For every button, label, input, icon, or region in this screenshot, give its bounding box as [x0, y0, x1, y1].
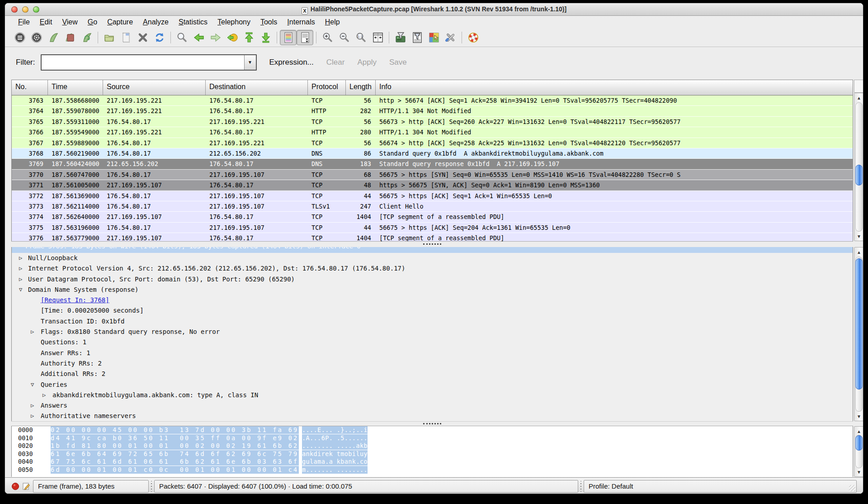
go-to-bottom-button[interactable]	[257, 30, 274, 45]
detail-row[interactable]: Questions: 1	[12, 337, 853, 347]
colorize-packets-button[interactable]	[280, 30, 297, 45]
reload-file-button[interactable]	[151, 30, 168, 45]
menu-internals[interactable]: Internals	[282, 18, 320, 26]
hex-ascii[interactable]: m....... ........	[302, 466, 368, 474]
collapsed-triangle-icon[interactable]: ▷	[31, 411, 34, 421]
hex-bytes[interactable]: d4 41 9c ca b0 36 50 11 00 35 ff 0a 00 9…	[51, 434, 299, 442]
detail-link[interactable]: [Request In: 3768]	[41, 295, 109, 305]
scrollbar-thumb[interactable]	[855, 435, 863, 451]
zoom-normal-button[interactable]: 1:1	[353, 30, 369, 45]
pane-splitter-top[interactable]	[11, 241, 853, 247]
hex-bytes[interactable]: 1b fd 81 80 00 01 00 01 00 02 00 02 19 6…	[51, 442, 299, 450]
bytes-scrollbar[interactable]: ▲ ▼	[854, 426, 863, 477]
status-separator[interactable]	[150, 481, 153, 492]
save-file-as-button[interactable]	[118, 30, 134, 45]
scroll-down-arrow[interactable]: ▼	[854, 232, 863, 240]
packet-list-scrollbar[interactable]: ▲ ▼	[854, 93, 863, 241]
open-file-button[interactable]	[101, 30, 118, 45]
capture-options-button[interactable]	[28, 30, 45, 45]
column-header-info[interactable]: Info	[376, 80, 853, 95]
collapsed-triangle-icon[interactable]: ▷	[42, 390, 46, 400]
filter-clear-button[interactable]: Clear	[326, 58, 345, 67]
packet-row-3766[interactable]: 3766187.559549000217.169.195.221176.54.8…	[12, 127, 853, 138]
packet-row-3774[interactable]: 3774187.562640000217.169.195.107176.54.8…	[12, 212, 853, 222]
hex-row-0050[interactable]: 00506d 00 00 01 00 01 c0 0c 00 01 00 01 …	[12, 466, 853, 474]
menu-view[interactable]: View	[57, 18, 82, 26]
menu-analyze[interactable]: Analyze	[138, 18, 174, 26]
go-to-top-button[interactable]	[241, 30, 257, 45]
go-to-packet-button[interactable]	[224, 30, 241, 45]
collapsed-triangle-icon[interactable]: ▷	[19, 253, 22, 263]
menu-go[interactable]: Go	[83, 18, 102, 26]
resize-grip[interactable]	[849, 485, 855, 491]
packet-row-3771[interactable]: 3771187.561005000217.169.195.107176.54.8…	[12, 180, 853, 190]
menu-statistics[interactable]: Statistics	[174, 18, 212, 26]
capture-start-button[interactable]	[45, 30, 61, 45]
auto-scroll-button[interactable]	[297, 30, 313, 45]
resize-columns-button[interactable]	[369, 30, 386, 45]
scrollbar-thumb[interactable]	[855, 165, 863, 185]
preferences-button[interactable]	[442, 30, 459, 45]
capture-stop-button[interactable]	[61, 30, 78, 45]
help-button[interactable]	[465, 30, 481, 45]
filter-expression-button[interactable]: Expression...	[269, 58, 314, 67]
display-filters-button[interactable]	[409, 30, 425, 45]
capture-restart-button[interactable]	[78, 30, 95, 45]
packet-row-3775[interactable]: 3775187.563196000176.54.80.17217.169.195…	[12, 223, 853, 233]
hex-ascii[interactable]: ....E... .}..;..i	[302, 426, 368, 434]
expert-info-icon[interactable]	[11, 482, 19, 490]
column-header-time[interactable]: Time	[48, 80, 103, 95]
scroll-up-arrow[interactable]: ▲	[854, 427, 863, 435]
details-scrollbar[interactable]: ▲ ▼	[854, 247, 863, 421]
detail-row[interactable]: ▽Queries	[12, 380, 853, 390]
hex-row-0030[interactable]: 003061 6e 6b 64 69 72 65 6b 74 6d 6f 62 …	[12, 450, 853, 458]
go-back-button[interactable]	[190, 30, 207, 45]
detail-row[interactable]: ▷Internet Protocol Version 4, Src: 212.6…	[12, 263, 853, 274]
capture-filters-button[interactable]	[392, 30, 409, 45]
coloring-rules-button[interactable]	[425, 30, 442, 45]
detail-row[interactable]: ▷User Datagram Protocol, Src Port: domai…	[12, 274, 853, 285]
hex-bytes[interactable]: 6d 00 00 01 00 01 c0 0c 00 01 00 01 00 0…	[51, 466, 299, 474]
menu-edit[interactable]: Edit	[35, 18, 57, 26]
hex-ascii[interactable]: ankdirek tmobiluy	[302, 450, 368, 458]
menu-capture[interactable]: Capture	[102, 18, 138, 26]
menu-help[interactable]: Help	[320, 18, 345, 26]
close-file-button[interactable]	[134, 30, 151, 45]
scroll-up-arrow[interactable]: ▲	[854, 248, 863, 256]
hex-bytes[interactable]: 61 6e 6b 64 69 72 65 6b 74 6d 6f 62 69 6…	[51, 450, 299, 458]
menu-telephony[interactable]: Telephony	[212, 18, 255, 26]
detail-row[interactable]: ▷Null/Loopback	[12, 253, 853, 263]
hex-bytes[interactable]: 67 75 6c 61 6d 61 06 61 6b 62 61 6e 6b 0…	[51, 458, 299, 466]
column-header-len[interactable]: Length	[346, 80, 376, 95]
detail-row[interactable]: ▷Flags: 0x8180 Standard query response, …	[12, 327, 853, 337]
detail-row[interactable]: Additional RRs: 2	[12, 369, 853, 379]
scroll-up-arrow[interactable]: ▲	[854, 94, 863, 102]
menu-file[interactable]: File	[13, 18, 35, 26]
status-profile[interactable]: Profile: Default	[584, 480, 857, 493]
collapsed-triangle-icon[interactable]: ▷	[19, 274, 22, 285]
packet-row-3763[interactable]: 3763187.558668000217.169.195.221176.54.8…	[12, 95, 853, 106]
expanded-triangle-icon[interactable]: ▽	[19, 285, 22, 295]
collapsed-triangle-icon[interactable]: ▷	[31, 400, 34, 411]
column-header-dst[interactable]: Destination	[206, 80, 308, 95]
filter-save-button[interactable]: Save	[389, 58, 407, 67]
packet-row-3772[interactable]: 3772187.561369000176.54.80.17217.169.195…	[12, 191, 853, 201]
scrollbar-thumb[interactable]	[855, 258, 863, 390]
detail-row[interactable]: Authority RRs: 2	[12, 358, 853, 369]
menu-tools[interactable]: Tools	[255, 18, 282, 26]
pane-splitter-bottom[interactable]	[11, 421, 853, 426]
filter-apply-button[interactable]: Apply	[357, 58, 377, 67]
hex-ascii[interactable]: ........ .....akb	[302, 442, 368, 450]
scroll-down-arrow[interactable]: ▼	[854, 468, 863, 476]
hex-row-0000[interactable]: 000002 00 00 00 45 00 00 b3 13 7d 00 00 …	[12, 426, 853, 434]
capture-comment-icon[interactable]	[22, 482, 30, 490]
hex-row-0040[interactable]: 004067 75 6c 61 6d 61 06 61 6b 62 61 6e …	[12, 458, 853, 466]
detail-row[interactable]: Transaction ID: 0x1bfd	[12, 316, 853, 327]
packet-row-3773[interactable]: 3773187.562114000176.54.80.17217.169.195…	[12, 201, 853, 212]
title-bar[interactable]: XHaliliPhone5PacketCapture.pcap [Wiresha…	[5, 3, 863, 16]
detail-row[interactable]: ▷Authoritative nameservers	[12, 411, 853, 421]
list-interfaces-button[interactable]	[11, 30, 28, 45]
filter-dropdown-button[interactable]: ▼	[244, 55, 256, 70]
go-forward-button[interactable]	[207, 30, 224, 45]
expanded-triangle-icon[interactable]: ▽	[31, 380, 34, 390]
